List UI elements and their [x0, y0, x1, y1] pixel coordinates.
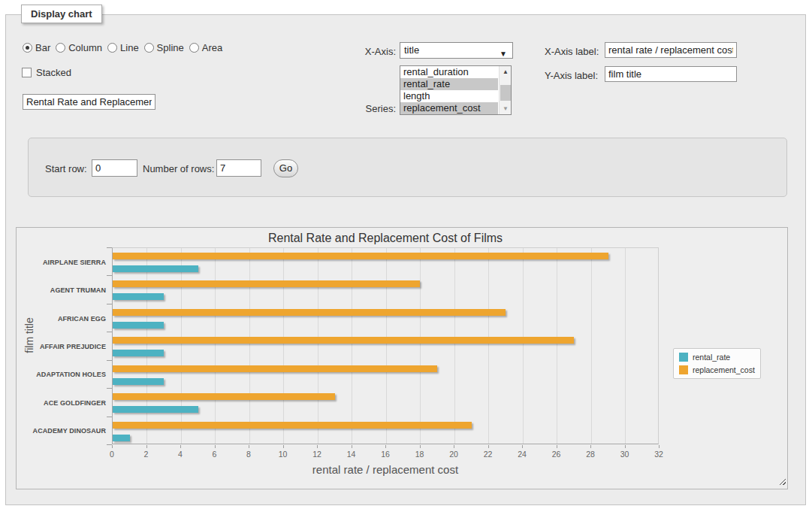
chart-title-input[interactable]	[23, 94, 155, 110]
chart-type-option-line: Line	[107, 42, 139, 53]
series-option-rental_rate[interactable]: rental_rate	[400, 78, 498, 90]
go-button[interactable]: Go	[273, 159, 298, 177]
x-axis-tick-label: 2	[144, 450, 149, 459]
chart-plot-area	[112, 247, 659, 444]
bar-rental_rate	[113, 406, 198, 413]
scroll-up-icon[interactable]: ▲	[500, 66, 512, 77]
x-axis-label-label: X-Axis label:	[545, 46, 599, 57]
x-axis-tick-label: 18	[415, 450, 424, 459]
x-axis-tick	[522, 445, 523, 448]
chart-type-option-area: Area	[189, 42, 222, 53]
series-listbox[interactable]: rental_durationrental_ratelengthreplacem…	[400, 65, 512, 115]
bar-rental_rate	[113, 322, 164, 329]
x-axis-tick-label: 8	[246, 450, 251, 459]
row-range-panel	[28, 138, 787, 197]
bar-replacement_cost	[113, 365, 437, 372]
radio-column[interactable]	[56, 43, 65, 53]
series-option-rental_duration[interactable]: rental_duration	[400, 66, 498, 78]
x-axis-tick-label: 0	[110, 450, 114, 459]
x-axis-tick-label: 12	[312, 450, 321, 459]
y-axis-tick	[107, 360, 112, 361]
radio-spline[interactable]	[144, 43, 154, 53]
x-axis-tick	[659, 445, 660, 448]
stacked-checkbox[interactable]	[22, 68, 32, 77]
gridline	[386, 248, 387, 444]
x-axis-tick	[488, 445, 489, 448]
series-option-length[interactable]: length	[400, 90, 498, 102]
gridline	[488, 248, 489, 444]
x-axis-select[interactable]: title ▼	[400, 42, 513, 59]
chart-type-option-spline: Spline	[144, 42, 184, 53]
x-axis-tick	[625, 445, 626, 448]
bar-rental_rate	[113, 435, 130, 441]
series-list-label: Series:	[336, 103, 396, 114]
x-axis-tick-label: 14	[347, 450, 356, 459]
category-label: ACADEMY DINOSAUR	[17, 427, 106, 435]
x-axis-tick	[590, 445, 591, 448]
x-axis-tick	[112, 445, 113, 448]
bar-rental_rate	[113, 293, 164, 300]
x-axis-label-input[interactable]	[605, 42, 737, 58]
x-axis-tick-label: 16	[381, 450, 390, 459]
gridline	[591, 248, 592, 444]
gridline	[249, 248, 250, 444]
gridline	[625, 248, 626, 444]
x-axis-tick	[215, 445, 216, 448]
category-label: AGENT TRUMAN	[17, 286, 106, 294]
bar-replacement_cost	[113, 393, 335, 400]
scroll-down-icon[interactable]: ▼	[500, 103, 512, 114]
radio-bar[interactable]	[23, 43, 32, 53]
legend-swatch-rental_rate	[679, 353, 688, 362]
y-axis-label-input[interactable]	[605, 66, 737, 82]
legend-item-rental_rate[interactable]: rental_rate	[679, 353, 755, 362]
legend-label-rental_rate: rental_rate	[693, 353, 730, 362]
x-axis-tick	[180, 445, 181, 448]
x-axis-tick-label: 28	[586, 450, 595, 459]
x-axis-tick-label: 20	[449, 450, 458, 459]
y-axis-tick	[107, 332, 112, 332]
y-axis-tick	[107, 247, 112, 248]
category-label: AFFAIR PREJUDICE	[17, 343, 106, 350]
y-axis-tick	[107, 444, 112, 445]
series-option-replacement_cost[interactable]: replacement_cost	[400, 102, 498, 114]
chevron-down-icon: ▼	[500, 47, 507, 62]
start-row-input[interactable]	[92, 159, 137, 177]
x-axis-tick-label: 22	[484, 450, 493, 459]
radio-line[interactable]	[107, 43, 117, 53]
gridline	[420, 248, 421, 444]
chart-type-radio-group: BarColumnLineSplineArea	[23, 42, 222, 53]
gridline	[181, 248, 182, 444]
x-axis-title: rental rate / replacement cost	[112, 463, 659, 476]
legend-item-replacement_cost[interactable]: replacement_cost	[679, 365, 755, 374]
x-axis-tick-label: 32	[654, 450, 663, 459]
x-axis-tick-label: 10	[279, 450, 288, 459]
bar-replacement_cost	[113, 253, 608, 259]
y-axis-tick	[107, 388, 112, 389]
radio-area[interactable]	[189, 43, 199, 53]
x-axis-tick-label: 4	[178, 450, 183, 459]
gridline	[557, 248, 557, 444]
stacked-label: Stacked	[36, 67, 71, 78]
gridline	[215, 248, 216, 444]
x-axis-tick-label: 26	[552, 450, 561, 459]
category-label: AIRPLANE SIERRA	[17, 259, 106, 266]
gridline	[523, 248, 524, 444]
radio-label-spline: Spline	[157, 42, 184, 53]
gridline	[454, 248, 455, 444]
gridline	[318, 248, 318, 444]
y-axis-tick	[107, 275, 112, 276]
scrollbar-thumb[interactable]	[500, 85, 511, 101]
x-axis-tick-label: 6	[213, 450, 217, 459]
bar-replacement_cost	[113, 337, 574, 344]
x-axis-tick	[283, 445, 284, 448]
radio-label-area: Area	[202, 42, 222, 53]
number-of-rows-input[interactable]	[216, 159, 261, 177]
x-axis-select-value: title	[404, 44, 419, 56]
x-axis-tick	[352, 445, 352, 448]
radio-label-bar: Bar	[35, 42, 50, 53]
start-row-label: Start row:	[45, 163, 87, 174]
resize-grip-icon[interactable]	[778, 477, 786, 485]
x-axis-tick	[385, 445, 386, 448]
series-scrollbar[interactable]: ▲ ▼	[499, 66, 511, 114]
legend-label-replacement_cost: replacement_cost	[693, 365, 755, 374]
